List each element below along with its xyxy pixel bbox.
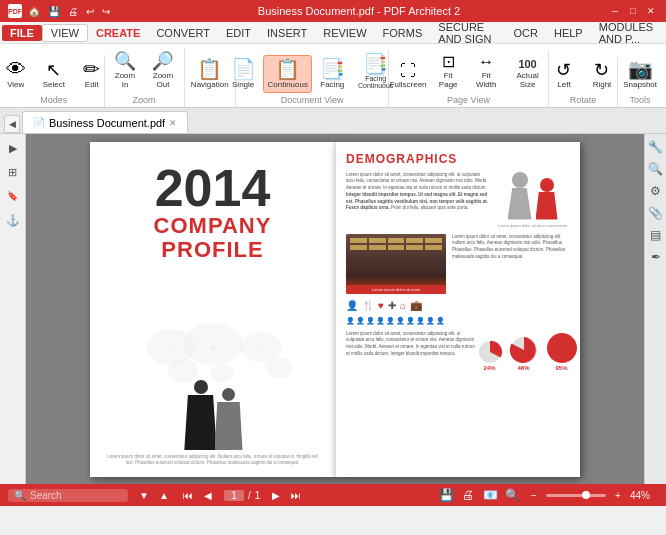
fullscreen-btn[interactable]: ⛶ Fullscreen [388,59,428,93]
actual-size-btn[interactable]: 100 Actual Size [506,55,549,93]
nav-down-btn[interactable]: ▼ [136,487,152,503]
plus-icon: ✚ [388,300,396,311]
search-input[interactable] [30,490,110,501]
left-page-footer: Lorem ipsum dolor sit amet, consectetur … [105,450,320,467]
right-tools2-btn[interactable]: ⚙ [647,182,665,200]
panel-toggle-btn[interactable]: ▶ [3,138,23,158]
window-title: Business Document.pdf - PDF Architect 2 [258,5,460,17]
snapshot-btn[interactable]: 📷 Snapshot [618,55,662,93]
rotate-right-label: Right [593,80,612,89]
anchor-btn[interactable]: ⚓ [3,210,23,230]
redo-icon[interactable]: ↪ [102,6,110,17]
page-number-input[interactable] [224,490,244,501]
pdf-viewer[interactable]: 2014 COMPANY PROFILE [26,134,644,484]
home-icon[interactable]: 🏠 [28,6,40,17]
right-layers-btn[interactable]: ▤ [647,226,665,244]
menu-ocr[interactable]: OCR [506,25,546,41]
continuous-btn[interactable]: 📋 Continuous [263,55,312,93]
window-grid [350,238,442,250]
search-box[interactable]: 🔍 [8,489,128,502]
menu-file[interactable]: FILE [2,25,42,41]
menu-convert[interactable]: CONVERT [148,25,218,41]
menu-help[interactable]: HELP [546,25,591,41]
person-icons-row [508,172,558,220]
svg-point-6 [211,345,215,349]
pdf-page-left: 2014 COMPANY PROFILE [90,142,335,477]
right-tools1-btn[interactable]: 🔧 [647,138,665,156]
zoom-out-status-btn[interactable]: − [526,487,542,503]
zoom-in-status-btn[interactable]: + [610,487,626,503]
continuous-icon: 📋 [275,59,300,79]
fork-icon: 🍴 [362,300,374,311]
tab-close-btn[interactable]: ✕ [169,118,177,128]
right-search-btn[interactable]: 🔍 [647,160,665,178]
status-icon3[interactable]: 📧 [482,487,498,503]
view-label: View [7,80,24,89]
menu-review[interactable]: REVIEW [315,25,374,41]
menu-insert[interactable]: INSERT [259,25,315,41]
pr9: 👤 [426,317,435,325]
person1 [183,380,219,450]
single-btn[interactable]: 📄 Single [225,55,261,93]
tab-nav-prev[interactable]: ◀ [4,115,20,133]
select-btn[interactable]: ↖ Select [36,57,72,93]
zoom-slider[interactable] [546,494,606,497]
body-text: Lorem ipsum dolor sit amet, consectetur … [346,172,489,213]
page-next-btn[interactable]: ▶ [268,487,284,503]
nav-up-btn[interactable]: ▲ [156,487,172,503]
fit-page-btn[interactable]: ⊡ Fit Page [430,50,466,93]
page-indicator: / 1 [224,490,260,501]
zoom-out-btn[interactable]: 🔍 Zoom Out [145,48,181,93]
view-btn[interactable]: 👁 View [0,55,34,93]
fit-page-icon: ⊡ [442,54,455,70]
pr10: 👤 [436,317,445,325]
close-btn[interactable]: ✕ [644,4,658,18]
zoom-in-btn[interactable]: 🔍 Zoom In [107,48,143,93]
menu-secure[interactable]: SECURE AND SIGN [430,19,505,47]
page-first-btn[interactable]: ⏮ [180,487,196,503]
page-prev-btn[interactable]: ◀ [200,487,216,503]
rotate-right-icon: ↻ [594,61,609,79]
save-icon[interactable]: 💾 [48,6,60,17]
page-nav: ⏮ ◀ [180,487,216,503]
ribbon-groups: 👁 View ↖ Select ✏ Edit Modes 🔍 Zoom In [0,48,666,107]
zoom-thumb[interactable] [582,491,590,499]
facing-btn[interactable]: 📑 Facing [314,55,350,93]
status-icon4[interactable]: 🔍 [504,487,520,503]
status-icon2[interactable]: 🖨 [460,487,476,503]
rotate-group-label: Rotate [570,95,597,105]
fit-page-label: Fit Page [435,71,461,89]
rotate-right-btn[interactable]: ↻ Right [584,57,620,93]
menu-bar: FILE VIEW CREATE CONVERT EDIT INSERT REV… [0,22,666,44]
zoom-out-icon: 🔍 [152,52,174,70]
undo-icon[interactable]: ↩ [86,6,94,17]
right-attach-btn[interactable]: 📎 [647,204,665,222]
menu-modules[interactable]: MODULES AND P... [591,19,664,47]
menu-edit[interactable]: EDIT [218,25,259,41]
minimize-btn[interactable]: ─ [608,4,622,18]
tools-group-label: Tools [630,95,651,105]
view-icon: 👁 [6,59,26,79]
menu-forms[interactable]: FORMS [375,25,431,41]
bookmarks-btn[interactable]: 🔖 [3,186,23,206]
svg-point-5 [265,357,291,379]
pr6: 👤 [396,317,405,325]
pr5: 👤 [386,317,395,325]
print-icon[interactable]: 🖨 [68,6,78,17]
right-sign-btn[interactable]: ✒ [647,248,665,266]
maximize-btn[interactable]: □ [626,4,640,18]
rotate-left-btn[interactable]: ↺ Left [546,57,582,93]
pages-panel-btn[interactable]: ⊞ [3,162,23,182]
actual-size-icon: 100 [518,59,536,70]
company-text: COMPANY PROFILE [105,214,320,262]
fullscreen-label: Fullscreen [390,80,427,89]
page-last-btn[interactable]: ⏭ [288,487,304,503]
tab-doc-icon: 📄 [33,117,45,128]
menu-view[interactable]: VIEW [42,24,88,42]
building-caption: Lorem ipsum dolor sit amet [346,285,446,294]
menu-create[interactable]: CREATE [88,25,148,41]
fit-width-btn[interactable]: ↔ Fit Width [468,50,504,93]
fit-width-icon: ↔ [478,54,494,70]
tab-business-doc[interactable]: 📄 Business Document.pdf ✕ [22,111,188,133]
status-icon1[interactable]: 💾 [438,487,454,503]
